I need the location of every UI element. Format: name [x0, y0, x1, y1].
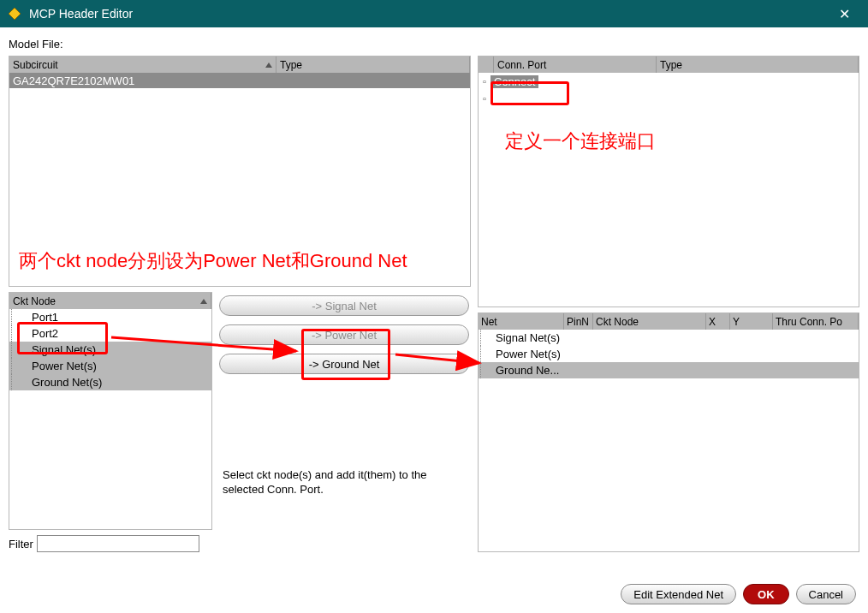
col-ckt[interactable]: Ckt Node: [593, 313, 706, 330]
table-row[interactable]: GA242QR7E2102MW01: [9, 73, 470, 88]
col-conn-type[interactable]: Type: [657, 57, 859, 73]
edit-extended-net-button[interactable]: Edit Extended Net: [621, 584, 736, 604]
table-row[interactable]: ▫ Connect: [479, 73, 859, 90]
hint-text: Select ckt node(s) and add it(them) to t…: [219, 468, 469, 497]
window-title: MCP Header Editor: [29, 7, 827, 21]
list-item[interactable]: Signal Net(s): [9, 342, 211, 358]
col-y[interactable]: Y: [730, 313, 773, 330]
col-spacer: [479, 57, 494, 73]
ckt-node-panel: Ckt Node Port1 Port2 Signal Net(s) Power…: [9, 292, 212, 530]
list-item[interactable]: Power Net(s): [9, 358, 211, 374]
filter-label: Filter: [9, 538, 33, 551]
col-subcircuit[interactable]: Subcircuit: [9, 57, 276, 73]
list-item[interactable]: Port2: [9, 325, 211, 342]
net-panel: Net PinN Ckt Node X Y Thru Conn. Po Sign…: [478, 312, 859, 552]
titlebar: MCP Header Editor ✕: [0, 0, 868, 27]
close-button[interactable]: ✕: [827, 0, 861, 27]
list-item[interactable]: Port1: [9, 309, 211, 325]
col-ckt-node[interactable]: Ckt Node: [9, 293, 211, 309]
assign-buttons-col: -> Signal Net -> Power Net -> Ground Net…: [217, 292, 471, 530]
col-thru[interactable]: Thru Conn. Po: [773, 313, 859, 330]
to-ground-net-button[interactable]: -> Ground Net: [219, 354, 469, 374]
table-row[interactable]: ▫: [479, 90, 859, 107]
col-type[interactable]: Type: [276, 57, 470, 73]
col-net[interactable]: Net: [479, 313, 564, 330]
model-file-label: Model File:: [9, 38, 859, 51]
to-power-net-button[interactable]: -> Power Net: [219, 324, 469, 345]
expand-icon[interactable]: ▫: [479, 76, 490, 86]
conn-port-name: Connect: [490, 75, 538, 88]
col-x[interactable]: X: [706, 313, 730, 330]
list-item[interactable]: Ground Ne...: [479, 362, 859, 378]
subcircuit-cell: GA242QR7E2102MW01: [9, 74, 276, 87]
list-item[interactable]: Power Net(s): [479, 346, 859, 362]
expand-icon[interactable]: ▫: [479, 93, 490, 104]
ok-button[interactable]: OK: [743, 584, 789, 604]
list-item[interactable]: Signal Net(s): [479, 330, 859, 346]
filter-input[interactable]: [37, 535, 199, 552]
col-pinn[interactable]: PinN: [564, 313, 593, 330]
svg-marker-0: [9, 8, 21, 20]
ckt-node-list[interactable]: Port1 Port2 Signal Net(s) Power Net(s) G…: [9, 309, 211, 525]
subcircuit-table[interactable]: Subcircuit Type GA242QR7E2102MW01: [9, 56, 471, 287]
conn-port-panel: Conn. Port Type ▫ Connect ▫: [478, 56, 859, 307]
col-conn-port[interactable]: Conn. Port: [494, 57, 657, 73]
to-signal-net-button[interactable]: -> Signal Net: [219, 295, 469, 316]
list-item[interactable]: Ground Net(s): [9, 374, 211, 390]
cancel-button[interactable]: Cancel: [796, 584, 856, 604]
app-icon: [7, 6, 22, 21]
